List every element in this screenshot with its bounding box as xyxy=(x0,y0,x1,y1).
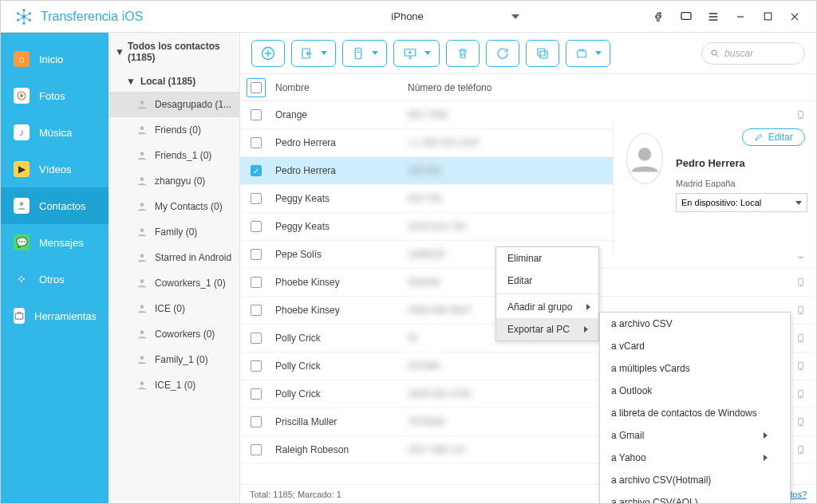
svg-point-13 xyxy=(140,100,144,104)
row-checkbox[interactable] xyxy=(251,137,262,148)
detail-device-select[interactable]: En dispositivo: Local xyxy=(676,193,807,212)
row-checkbox[interactable] xyxy=(251,388,262,400)
ctx-item-delete[interactable]: Eliminar xyxy=(496,247,598,270)
detail-location: Madrid Eapaña xyxy=(676,179,807,188)
ctx-item-export[interactable]: Exportar al PC xyxy=(496,318,598,341)
row-checkbox[interactable] xyxy=(251,416,262,427)
brand-icon xyxy=(15,8,33,26)
sidebar-item-mensajes[interactable]: 💬Mensajes xyxy=(1,224,109,261)
sidebar-item-fotos[interactable]: Fotos xyxy=(1,77,109,114)
group-item[interactable]: Friends_1 (0) xyxy=(109,143,239,168)
groups-local-header[interactable]: ▼Local (1185) xyxy=(109,71,239,92)
sidebar-item-musica[interactable]: ♪Música xyxy=(1,114,109,151)
device-icon xyxy=(784,108,816,121)
sidebar-item-videos[interactable]: ▶Vídeos xyxy=(1,151,109,187)
search-input[interactable]: buscar xyxy=(701,42,805,65)
dedupe-button[interactable] xyxy=(526,40,559,67)
svg-point-58 xyxy=(800,452,801,453)
group-item[interactable]: zhangyu (0) xyxy=(109,168,239,194)
row-checkbox[interactable] xyxy=(251,221,262,232)
export-option[interactable]: a libreta de contactos de Windows xyxy=(600,402,790,424)
row-checkbox[interactable]: ✓ xyxy=(251,165,262,176)
menu-icon[interactable] xyxy=(706,10,720,24)
group-label: My Contacts (0) xyxy=(155,201,223,212)
row-checkbox[interactable] xyxy=(251,277,262,288)
svg-point-5 xyxy=(17,18,19,21)
group-item[interactable]: Desagrupado (1... xyxy=(109,92,239,117)
edit-button[interactable]: Editar xyxy=(742,128,805,146)
group-item[interactable]: Coworkers (0) xyxy=(109,321,239,347)
export-option[interactable]: a Gmail xyxy=(600,424,790,447)
more-button[interactable] xyxy=(566,40,610,67)
sidebar-item-contactos[interactable]: Contactos xyxy=(1,187,109,224)
add-button[interactable] xyxy=(251,40,285,67)
row-checkbox[interactable] xyxy=(251,360,262,372)
row-checkbox[interactable] xyxy=(251,444,262,455)
separator xyxy=(496,293,598,294)
export-option[interactable]: a Outlook xyxy=(600,380,790,402)
person-icon xyxy=(136,354,148,365)
export-option[interactable]: a vCard xyxy=(600,335,790,357)
select-all-checkbox[interactable] xyxy=(247,78,266,97)
minimize-icon[interactable] xyxy=(733,10,748,24)
svg-point-54 xyxy=(800,396,801,397)
group-item[interactable]: Family (0) xyxy=(109,219,239,245)
sidebar-item-label: Otros xyxy=(39,274,65,285)
svg-point-11 xyxy=(20,202,24,206)
sidebar-item-otros[interactable]: ⁘Otros xyxy=(1,261,109,297)
device-selector[interactable]: iPhone xyxy=(350,6,551,26)
column-header-phone[interactable]: Número de teléfono xyxy=(408,82,784,93)
maximize-icon[interactable] xyxy=(760,10,775,24)
contact-phone: 91 xyxy=(408,333,418,344)
contact-phone: 2849 091 4792 xyxy=(408,388,472,400)
ctx-item-addgroup[interactable]: Añadir al grupo xyxy=(496,296,598,318)
group-item[interactable]: Starred in Android xyxy=(109,245,239,270)
group-item[interactable]: Coworkers_1 (0) xyxy=(109,270,239,296)
export-phone-button[interactable] xyxy=(342,40,387,67)
column-header-name[interactable]: Nombre xyxy=(272,82,408,93)
svg-point-18 xyxy=(140,228,144,232)
export-option[interactable]: a archivo CSV(Hotmail) xyxy=(600,469,790,491)
import-button[interactable] xyxy=(291,40,336,67)
share-fb-icon[interactable] xyxy=(652,10,666,24)
sidebar-item-inicio[interactable]: ⌂Inicio xyxy=(1,41,109,77)
contact-name: Orange xyxy=(272,109,408,120)
export-option[interactable]: a múltiples vCards xyxy=(600,357,790,380)
group-label: Desagrupado (1... xyxy=(155,99,231,110)
export-option[interactable]: a archivo CSV(AOL) xyxy=(600,491,790,503)
feedback-icon[interactable] xyxy=(679,10,693,24)
ctx-item-edit[interactable]: Editar xyxy=(496,270,598,292)
delete-button[interactable] xyxy=(446,40,480,67)
refresh-button[interactable] xyxy=(486,40,519,67)
row-checkbox[interactable] xyxy=(251,305,262,316)
export-option[interactable]: a Yahoo xyxy=(600,447,790,469)
group-item[interactable]: Friends (0) xyxy=(109,117,239,143)
contact-phone: +1 256 328 1047 xyxy=(408,137,480,148)
group-item[interactable]: ICE (0) xyxy=(109,296,239,321)
avatar xyxy=(626,133,663,184)
row-checkbox[interactable] xyxy=(251,193,262,204)
row-checkbox[interactable] xyxy=(251,109,262,120)
person-icon xyxy=(136,150,148,161)
groups-all-header[interactable]: ▼Todos los contactos (1185) xyxy=(109,33,239,71)
contact-name: Pedro Herrera xyxy=(272,137,408,148)
device-label: iPhone xyxy=(391,10,423,22)
contact-name: Peggy Keats xyxy=(272,221,408,232)
contact-name: Polly Crick xyxy=(272,388,408,400)
group-label: Starred in Android xyxy=(155,252,231,263)
search-icon xyxy=(710,49,720,58)
svg-point-50 xyxy=(800,341,801,341)
export-option[interactable]: a archivo CSV xyxy=(600,313,790,335)
row-checkbox[interactable] xyxy=(251,249,262,260)
group-item[interactable]: Family_1 (0) xyxy=(109,347,239,372)
row-checkbox[interactable] xyxy=(251,333,262,344)
group-label: ICE (0) xyxy=(155,303,185,314)
group-item[interactable]: ICE_1 (0) xyxy=(109,372,239,398)
group-item[interactable]: My Contacts (0) xyxy=(109,194,239,219)
group-panel: ▼Todos los contactos (1185) ▼Local (1185… xyxy=(109,33,240,503)
close-icon[interactable] xyxy=(787,10,802,24)
export-pc-button[interactable] xyxy=(393,40,440,67)
group-label: Family_1 (0) xyxy=(155,354,208,365)
sidebar-item-herramientas[interactable]: Herramientas xyxy=(1,297,109,334)
group-label: Friends_1 (0) xyxy=(155,150,211,161)
